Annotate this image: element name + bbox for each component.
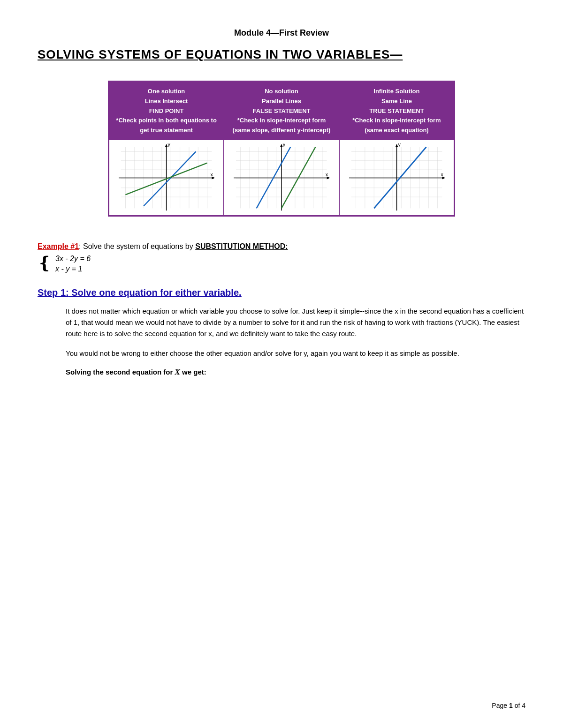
equation-2: x - y = 1	[55, 265, 91, 273]
page-number: Page 1 of 4	[492, 702, 525, 709]
example-colon-text: : Solve the system of equations by	[79, 242, 195, 250]
equation-1: 3x - 2y = 6	[55, 255, 91, 263]
solutions-table: One solution Lines Intersect FIND POINT …	[108, 81, 455, 217]
svg-text:x: x	[326, 172, 328, 177]
equation-brace: ❴ 3x - 2y = 6 x - y = 1	[38, 255, 525, 273]
col1-header: One solution Lines Intersect FIND POINT …	[109, 82, 223, 140]
step1-section: Step 1: Solve one equation for either va…	[38, 287, 525, 377]
step1-paragraph-1: It does not matter which equation or whi…	[66, 306, 525, 339]
italic-x: X	[175, 368, 180, 376]
step1-label: Step 1:	[38, 287, 69, 298]
svg-marker-72	[442, 177, 445, 180]
equation-lines: 3x - 2y = 6 x - y = 1	[55, 255, 91, 273]
solving-label: Solving the second equation for X we get…	[66, 368, 525, 377]
svg-marker-47	[327, 177, 330, 180]
svg-text:y: y	[283, 143, 286, 147]
col-no-solution: No solution Parallel Lines FALSE STATEME…	[224, 82, 339, 216]
brace-symbol: ❴	[38, 255, 52, 271]
step1-text: Solve one equation for either variable.	[69, 287, 242, 298]
col1-graph: y x	[109, 140, 223, 215]
svg-text:y: y	[398, 143, 401, 147]
example-method: SUBSTITUTION METHOD:	[195, 242, 288, 250]
main-title: SOLVING SYSTEMS OF EQUATIONS IN TWO VARI…	[38, 47, 525, 62]
col2-header: No solution Parallel Lines FALSE STATEME…	[224, 82, 339, 140]
svg-marker-22	[212, 177, 215, 180]
col-one-solution: One solution Lines Intersect FIND POINT …	[109, 82, 224, 216]
svg-text:y: y	[167, 143, 170, 147]
svg-text:x: x	[210, 172, 213, 177]
example-label: Example #1	[38, 242, 79, 250]
example-header-line: Example #1: Solve the system of equation…	[38, 240, 525, 253]
col2-graph: y x	[224, 140, 339, 215]
step1-paragraph-2: You would not be wrong to either choose …	[66, 348, 525, 359]
col3-header: Infinite Solution Same Line TRUE STATEME…	[340, 82, 454, 140]
col-infinite-solution: Infinite Solution Same Line TRUE STATEME…	[339, 82, 455, 216]
module-title: Module 4—First Review	[38, 28, 525, 38]
example-section: Example #1: Solve the system of equation…	[38, 240, 525, 273]
col3-graph: y x	[340, 140, 454, 215]
step1-heading: Step 1: Solve one equation for either va…	[38, 287, 525, 298]
svg-text:x: x	[441, 172, 443, 177]
